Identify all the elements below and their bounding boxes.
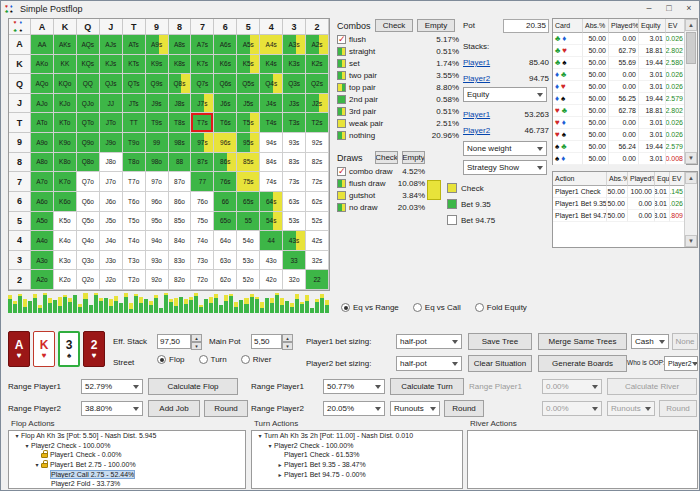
combo-row[interactable]: ✓flush5.17%	[337, 33, 459, 45]
matrix-cell[interactable]: T5s	[237, 113, 260, 133]
matrix-cell[interactable]: 92s	[306, 133, 329, 153]
card-combo-cell[interactable]: ♣♠	[553, 57, 583, 69]
matrix-cell[interactable]: 62o	[214, 270, 237, 290]
matrix-cell[interactable]: 86o	[169, 192, 192, 212]
matrix-cell[interactable]: QTs	[123, 74, 146, 94]
matrix-cell[interactable]: K3o	[54, 251, 77, 271]
stat-cell[interactable]: +2.802	[666, 45, 686, 57]
combo-row[interactable]: top pair8.80%	[337, 81, 459, 93]
strategy-swatch[interactable]	[337, 59, 346, 68]
strategy-swatch[interactable]	[337, 179, 346, 188]
matrix-cell[interactable]: A9o	[31, 133, 54, 153]
matrix-cell[interactable]: K2s	[306, 55, 329, 75]
matrix-cell[interactable]: 82s	[306, 153, 329, 173]
eff-stack-stepper[interactable]: 97,50 ▴▾	[157, 334, 202, 349]
matrix-cell[interactable]: KJs	[100, 55, 123, 75]
matrix-cell[interactable]: 54o	[237, 231, 260, 251]
matrix-cell[interactable]: 52o	[237, 270, 260, 290]
matrix-cell[interactable]: 43o	[260, 251, 283, 271]
matrix-cell[interactable]: K5s	[237, 55, 260, 75]
matrix-cell[interactable]: 93o	[146, 251, 169, 271]
matrix-cell[interactable]: KQs	[77, 55, 100, 75]
matrix-cell[interactable]: J4o	[100, 231, 123, 251]
matrix-cell[interactable]: 84s	[260, 153, 283, 173]
tree-node[interactable]: Player2 Call 2.75 - 52.44%	[9, 469, 245, 479]
matrix-cell[interactable]: 73s	[283, 172, 306, 192]
matrix-cell[interactable]: 94o	[146, 231, 169, 251]
matrix-cell[interactable]: KK	[54, 55, 77, 75]
action-cell[interactable]: Player1 Check	[553, 186, 607, 198]
matrix-cell[interactable]: 42o	[260, 270, 283, 290]
player1-stack-link[interactable]: Player1	[463, 58, 490, 67]
minimize-button[interactable]: –	[639, 2, 659, 16]
tree-node[interactable]: ▾Flop Ah Kh 3s [Pot: 5.50] - Nash Dist. …	[9, 431, 245, 441]
stat-cell[interactable]: 0.00	[628, 210, 655, 222]
matrix-cell[interactable]: A4o	[31, 231, 54, 251]
stat-cell[interactable]: 50.00	[583, 69, 609, 81]
tree-expander-icon[interactable]: ▾	[23, 442, 31, 449]
matrix-cell[interactable]: 76o	[191, 192, 214, 212]
clear-situation-button[interactable]: Clear Situation	[468, 355, 532, 372]
matrix-cell[interactable]: ATo	[31, 113, 54, 133]
matrix-cell[interactable]: 53s	[283, 212, 306, 232]
matrix-cell[interactable]: QJs	[100, 74, 123, 94]
matrix-cell[interactable]: T3o	[123, 251, 146, 271]
flop-round-button[interactable]: Round	[204, 400, 248, 417]
card-combo-cell[interactable]: ♠♦	[553, 153, 583, 165]
matrix-cell[interactable]: 87o	[169, 172, 192, 192]
matrix-cell[interactable]: KTo	[54, 113, 77, 133]
strategy-swatch[interactable]	[337, 83, 346, 92]
stat-cell[interactable]: 50.00	[583, 129, 609, 141]
matrix-cell[interactable]: 82o	[169, 270, 192, 290]
stat-cell[interactable]: +0.026	[666, 69, 686, 81]
matrix-cell[interactable]: T2s	[306, 113, 329, 133]
stepper-down-icon[interactable]: ▾	[282, 342, 293, 350]
matrix-cell[interactable]: Q6s	[214, 74, 237, 94]
draw-row[interactable]: ✓combo draw4.52%	[337, 165, 425, 177]
matrix-cell[interactable]: A3o	[31, 251, 54, 271]
matrix-cell[interactable]: 96s	[214, 133, 237, 153]
checked-checkbox[interactable]: ✓	[337, 167, 346, 176]
matrix-cell[interactable]: K3s	[283, 55, 306, 75]
stat-cell[interactable]: 62.78	[609, 105, 639, 117]
draws-empty-button[interactable]: Empty	[402, 151, 425, 164]
matrix-cell[interactable]: A2s	[306, 35, 329, 55]
who-is-oop-dropdown[interactable]: Player2	[664, 356, 698, 371]
matrix-cell[interactable]: 52s	[306, 212, 329, 232]
checked-checkbox[interactable]: ✓	[337, 35, 346, 44]
stat-cell[interactable]: +2.580	[666, 57, 686, 69]
tree-expander-icon[interactable]: ▸	[276, 471, 284, 478]
stat-cell[interactable]: 50.00	[583, 153, 609, 165]
matrix-cell[interactable]: 76s	[214, 172, 237, 192]
equity-dropdown[interactable]: Equity	[463, 87, 547, 102]
matrix-cell[interactable]: 55	[237, 212, 260, 232]
title-bar[interactable]: ♥♦♣♠ Simple Postflop – □ ×	[1, 1, 699, 17]
matrix-cell[interactable]: K9o	[54, 133, 77, 153]
matrix-cell[interactable]: 73o	[191, 251, 214, 271]
matrix-cell[interactable]: 63o	[214, 251, 237, 271]
strategy-swatch[interactable]	[337, 47, 346, 56]
card-combo-cell[interactable]: ♦♥	[553, 81, 583, 93]
board-card[interactable]: 2♥	[83, 331, 105, 367]
strategy-swatch[interactable]	[337, 107, 346, 116]
cash-dropdown[interactable]: Cash	[631, 334, 669, 349]
scrollbar-thumb[interactable]	[686, 32, 696, 64]
matrix-cell[interactable]: 99	[146, 133, 169, 153]
matrix-cell[interactable]: 42s	[306, 231, 329, 251]
turn-range-p2-dropdown[interactable]: 20.05%	[323, 401, 385, 416]
combo-row[interactable]: 2nd pair0.58%	[337, 93, 459, 105]
matrix-cell[interactable]: Q4s	[260, 74, 283, 94]
matrix-cell[interactable]: 83s	[283, 153, 306, 173]
calculate-flop-button[interactable]: Calculate Flop	[148, 378, 238, 395]
stat-cell[interactable]: 3.01	[639, 117, 666, 129]
street-radio[interactable]: Turn	[199, 355, 227, 364]
flop-range-p2-dropdown[interactable]: 38.80%	[81, 401, 143, 416]
matrix-cell[interactable]: K8s	[169, 55, 192, 75]
strategy-swatch[interactable]	[337, 119, 346, 128]
card-combo-cell[interactable]: ♥♠	[553, 129, 583, 141]
tree-node[interactable]: Player1 Check - 0.00%	[9, 450, 245, 460]
stat-cell[interactable]: 3.01	[639, 33, 666, 45]
strategy-swatch[interactable]	[337, 131, 346, 140]
matrix-cell[interactable]: Q9o	[77, 133, 100, 153]
tree-node[interactable]: Player1 Check - 61.53%	[252, 450, 462, 460]
